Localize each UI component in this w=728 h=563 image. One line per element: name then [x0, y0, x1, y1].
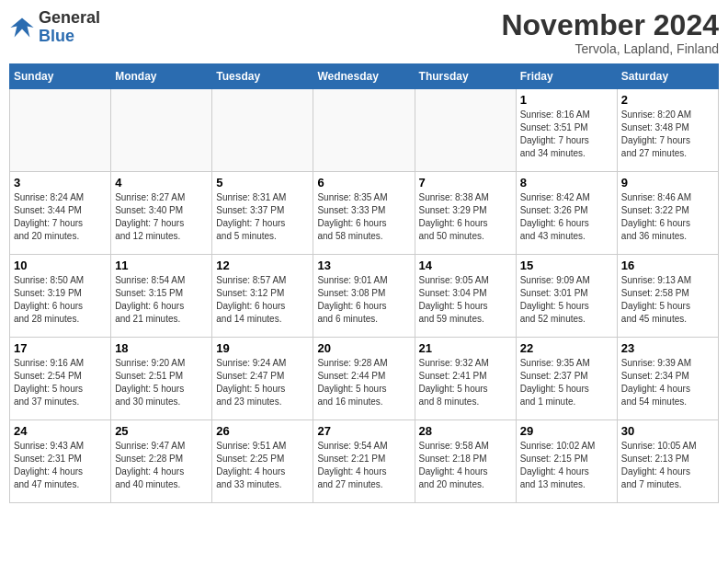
- logo-text: General Blue: [39, 9, 100, 46]
- day-number: 6: [317, 176, 410, 190]
- day-info: Sunrise: 8:27 AM Sunset: 3:40 PM Dayligh…: [115, 191, 208, 243]
- calendar-cell: 18Sunrise: 9:20 AM Sunset: 2:51 PM Dayli…: [111, 338, 212, 420]
- calendar-cell: 14Sunrise: 9:05 AM Sunset: 3:04 PM Dayli…: [415, 255, 516, 338]
- day-info: Sunrise: 9:16 AM Sunset: 2:54 PM Dayligh…: [14, 357, 107, 408]
- day-number: 23: [621, 341, 714, 355]
- day-number: 29: [520, 424, 613, 438]
- calendar-header-row: Sunday Monday Tuesday Wednesday Thursday…: [10, 64, 719, 89]
- calendar-cell: 19Sunrise: 9:24 AM Sunset: 2:47 PM Dayli…: [212, 338, 313, 420]
- day-info: Sunrise: 8:42 AM Sunset: 3:26 PM Dayligh…: [520, 191, 613, 243]
- day-info: Sunrise: 8:31 AM Sunset: 3:37 PM Dayligh…: [216, 191, 309, 243]
- day-info: Sunrise: 9:24 AM Sunset: 2:47 PM Dayligh…: [216, 357, 309, 408]
- calendar-cell: 20Sunrise: 9:28 AM Sunset: 2:44 PM Dayli…: [313, 338, 415, 420]
- col-thursday: Thursday: [415, 64, 516, 89]
- title-area: November 2024 Tervola, Lapland, Finland: [501, 9, 719, 56]
- calendar-cell: 1Sunrise: 8:16 AM Sunset: 3:51 PM Daylig…: [516, 89, 617, 172]
- calendar-week-row: 24Sunrise: 9:43 AM Sunset: 2:31 PM Dayli…: [10, 420, 719, 503]
- calendar-cell: 29Sunrise: 10:02 AM Sunset: 2:15 PM Dayl…: [516, 420, 617, 503]
- day-number: 18: [115, 341, 208, 355]
- logo-blue: Blue: [39, 27, 74, 45]
- day-info: Sunrise: 9:54 AM Sunset: 2:21 PM Dayligh…: [317, 440, 410, 491]
- day-number: 26: [216, 424, 309, 438]
- calendar-cell: 15Sunrise: 9:09 AM Sunset: 3:01 PM Dayli…: [516, 255, 617, 338]
- day-number: 5: [216, 176, 309, 190]
- col-wednesday: Wednesday: [313, 64, 415, 89]
- calendar-cell: [415, 89, 516, 172]
- day-info: Sunrise: 9:28 AM Sunset: 2:44 PM Dayligh…: [317, 357, 410, 408]
- day-info: Sunrise: 8:46 AM Sunset: 3:22 PM Dayligh…: [621, 191, 714, 243]
- day-number: 28: [419, 424, 512, 438]
- day-info: Sunrise: 9:20 AM Sunset: 2:51 PM Dayligh…: [115, 357, 208, 408]
- calendar-cell: 22Sunrise: 9:35 AM Sunset: 2:37 PM Dayli…: [516, 338, 617, 420]
- day-number: 2: [621, 93, 714, 107]
- day-number: 22: [520, 341, 613, 355]
- calendar-cell: 27Sunrise: 9:54 AM Sunset: 2:21 PM Dayli…: [313, 420, 415, 503]
- calendar-cell: [111, 89, 212, 172]
- calendar-cell: 10Sunrise: 8:50 AM Sunset: 3:19 PM Dayli…: [10, 255, 111, 338]
- col-saturday: Saturday: [617, 64, 718, 89]
- day-number: 14: [419, 259, 512, 272]
- calendar-cell: 13Sunrise: 9:01 AM Sunset: 3:08 PM Dayli…: [313, 255, 415, 338]
- day-info: Sunrise: 8:24 AM Sunset: 3:44 PM Dayligh…: [14, 191, 107, 243]
- calendar-cell: 23Sunrise: 9:39 AM Sunset: 2:34 PM Dayli…: [617, 338, 718, 420]
- calendar-cell: [313, 89, 415, 172]
- calendar-week-row: 17Sunrise: 9:16 AM Sunset: 2:54 PM Dayli…: [10, 338, 719, 420]
- calendar-cell: [212, 89, 313, 172]
- day-number: 30: [621, 424, 714, 438]
- calendar-cell: 7Sunrise: 8:38 AM Sunset: 3:29 PM Daylig…: [415, 172, 516, 255]
- day-number: 7: [419, 176, 512, 190]
- day-info: Sunrise: 10:05 AM Sunset: 2:13 PM Daylig…: [621, 440, 714, 491]
- calendar-cell: 9Sunrise: 8:46 AM Sunset: 3:22 PM Daylig…: [617, 172, 718, 255]
- svg-marker-0: [10, 17, 33, 37]
- day-number: 21: [419, 341, 512, 355]
- day-number: 17: [14, 341, 107, 355]
- day-number: 27: [317, 424, 410, 438]
- day-number: 8: [520, 176, 613, 190]
- calendar-cell: 17Sunrise: 9:16 AM Sunset: 2:54 PM Dayli…: [10, 338, 111, 420]
- day-info: Sunrise: 8:20 AM Sunset: 3:48 PM Dayligh…: [621, 109, 714, 160]
- month-title: November 2024: [501, 9, 719, 41]
- day-info: Sunrise: 9:01 AM Sunset: 3:08 PM Dayligh…: [317, 274, 410, 326]
- calendar-cell: 26Sunrise: 9:51 AM Sunset: 2:25 PM Dayli…: [212, 420, 313, 503]
- location: Tervola, Lapland, Finland: [501, 41, 719, 56]
- day-number: 1: [520, 93, 613, 107]
- calendar-cell: 11Sunrise: 8:54 AM Sunset: 3:15 PM Dayli…: [111, 255, 212, 338]
- day-info: Sunrise: 9:58 AM Sunset: 2:18 PM Dayligh…: [419, 440, 512, 491]
- col-friday: Friday: [516, 64, 617, 89]
- day-info: Sunrise: 9:32 AM Sunset: 2:41 PM Dayligh…: [419, 357, 512, 408]
- day-number: 19: [216, 341, 309, 355]
- calendar-cell: 25Sunrise: 9:47 AM Sunset: 2:28 PM Dayli…: [111, 420, 212, 503]
- calendar-cell: 12Sunrise: 8:57 AM Sunset: 3:12 PM Dayli…: [212, 255, 313, 338]
- day-number: 11: [115, 259, 208, 272]
- calendar-cell: 28Sunrise: 9:58 AM Sunset: 2:18 PM Dayli…: [415, 420, 516, 503]
- day-info: Sunrise: 10:02 AM Sunset: 2:15 PM Daylig…: [520, 440, 613, 491]
- calendar-cell: 3Sunrise: 8:24 AM Sunset: 3:44 PM Daylig…: [10, 172, 111, 255]
- logo-general: General: [39, 8, 100, 27]
- day-number: 24: [14, 424, 107, 438]
- col-monday: Monday: [111, 64, 212, 89]
- calendar-week-row: 1Sunrise: 8:16 AM Sunset: 3:51 PM Daylig…: [10, 89, 719, 172]
- logo: General Blue: [9, 9, 100, 46]
- calendar-cell: 8Sunrise: 8:42 AM Sunset: 3:26 PM Daylig…: [516, 172, 617, 255]
- calendar-week-row: 10Sunrise: 8:50 AM Sunset: 3:19 PM Dayli…: [10, 255, 719, 338]
- calendar-cell: 4Sunrise: 8:27 AM Sunset: 3:40 PM Daylig…: [111, 172, 212, 255]
- day-info: Sunrise: 9:35 AM Sunset: 2:37 PM Dayligh…: [520, 357, 613, 408]
- calendar-cell: 2Sunrise: 8:20 AM Sunset: 3:48 PM Daylig…: [617, 89, 718, 172]
- day-info: Sunrise: 8:50 AM Sunset: 3:19 PM Dayligh…: [14, 274, 107, 326]
- calendar: Sunday Monday Tuesday Wednesday Thursday…: [9, 63, 719, 503]
- calendar-week-row: 3Sunrise: 8:24 AM Sunset: 3:44 PM Daylig…: [10, 172, 719, 255]
- day-info: Sunrise: 9:39 AM Sunset: 2:34 PM Dayligh…: [621, 357, 714, 408]
- calendar-cell: [10, 89, 111, 172]
- day-number: 12: [216, 259, 309, 272]
- day-info: Sunrise: 9:09 AM Sunset: 3:01 PM Dayligh…: [520, 274, 613, 326]
- day-info: Sunrise: 9:05 AM Sunset: 3:04 PM Dayligh…: [419, 274, 512, 326]
- day-info: Sunrise: 9:51 AM Sunset: 2:25 PM Dayligh…: [216, 440, 309, 491]
- day-info: Sunrise: 8:57 AM Sunset: 3:12 PM Dayligh…: [216, 274, 309, 326]
- day-number: 20: [317, 341, 410, 355]
- day-number: 3: [14, 176, 107, 190]
- day-info: Sunrise: 9:13 AM Sunset: 2:58 PM Dayligh…: [621, 274, 714, 326]
- day-info: Sunrise: 9:43 AM Sunset: 2:31 PM Dayligh…: [14, 440, 107, 491]
- calendar-cell: 24Sunrise: 9:43 AM Sunset: 2:31 PM Dayli…: [10, 420, 111, 503]
- day-number: 10: [14, 259, 107, 272]
- day-number: 16: [621, 259, 714, 272]
